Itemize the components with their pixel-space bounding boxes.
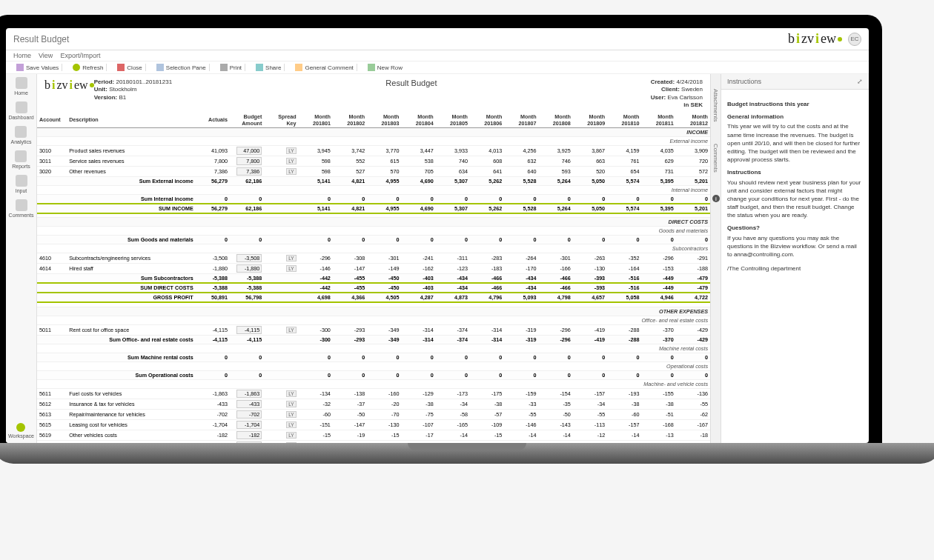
new-row-button[interactable]: New Row — [365, 64, 405, 71]
menu-bar: Home View Export/Import — [6, 50, 869, 61]
instr-ins-h: Instructions — [727, 168, 863, 176]
instr-gen-h: General information — [727, 113, 863, 121]
table-row[interactable]: 5615Leasing cost for vehicles -1,704 -1,… — [37, 419, 710, 430]
rail-workspace[interactable]: Workspace — [8, 423, 34, 439]
table-row: Sum Goods and materials00000000000000 — [37, 236, 710, 244]
instr-heading: Budget instructions this year — [727, 100, 863, 108]
menu-view[interactable]: View — [39, 52, 53, 59]
table-row[interactable]: 5611Fuel costs for vehicles -1,863 -1,86… — [37, 388, 710, 399]
instr-q-h: Questions? — [727, 224, 863, 232]
save-button[interactable]: Save Values — [13, 64, 62, 71]
table-row: SUM DIRECT COSTS-5,388-5,388-442-455-450… — [37, 283, 710, 293]
th-actuals: Actuals — [196, 113, 230, 128]
vertical-tabs: Attachments Comments i — [710, 74, 721, 443]
table-row[interactable]: 5613Repair/maintenance for vehicles -702… — [37, 409, 710, 419]
th-m6: Month201806 — [470, 113, 504, 128]
rail-input[interactable]: Input — [16, 175, 27, 193]
th-m12: Month201812 — [676, 113, 710, 128]
table-row: Sum External income56,27962,1865,1414,82… — [37, 176, 710, 185]
nav-rail: Home Dashboard Analytics Reports Input C… — [6, 74, 37, 443]
table-row: SUM INCOME56,27962,1865,1414,8214,9554,6… — [37, 204, 710, 213]
table-row: GROSS PROFIT50,89156,7984,6984,3664,5054… — [37, 293, 710, 302]
th-m11: Month201811 — [641, 113, 675, 128]
popout-icon[interactable]: ⤢ — [857, 78, 863, 85]
workspace-icon — [16, 423, 25, 432]
th-m3: Month201803 — [367, 113, 401, 128]
table-row: Sum Operational costs00000000000000 — [37, 370, 710, 379]
dashboard-icon — [16, 101, 27, 113]
table-row: Sum Machine rental costs00000000000000 — [37, 353, 710, 361]
selection-icon — [156, 64, 164, 71]
comment-icon — [295, 64, 302, 71]
table-row[interactable]: 3010Product sales revenues 41,093 47,000… — [37, 145, 710, 156]
th-account: Account — [37, 113, 67, 128]
table-row[interactable]: 3020Other revenues 7,386 7,386 LY 598527… — [37, 166, 710, 176]
share-icon — [256, 64, 263, 71]
rail-home[interactable]: Home — [14, 77, 28, 96]
rail-analytics[interactable]: Analytics — [10, 126, 31, 144]
budget-grid[interactable]: Account Description Actuals BudgetAmount… — [37, 113, 710, 443]
home-icon — [16, 77, 27, 89]
menu-export[interactable]: Export/Import — [60, 52, 100, 59]
close-button[interactable]: Close — [114, 64, 145, 71]
input-icon — [16, 175, 27, 187]
toolbar: Save Values Refresh Close Selection Pane… — [6, 61, 869, 74]
th-m7: Month201807 — [504, 113, 538, 128]
selection-pane-button[interactable]: Selection Pane — [153, 64, 210, 71]
th-m4: Month201804 — [401, 113, 435, 128]
instr-sign: /The Controlling department — [727, 264, 863, 273]
th-budget: BudgetAmount — [230, 113, 264, 128]
table-row: Sum Subcontractors-5,388-5,388-442-455-4… — [37, 274, 710, 284]
header-right-meta: Created: 4/24/2018 Client: Sweden User: … — [651, 79, 703, 110]
save-icon — [16, 64, 24, 71]
menu-home[interactable]: Home — [13, 52, 31, 59]
header-left-meta: Period: 20180101..20181231 Unit: Stockho… — [94, 79, 172, 101]
sheet-title: Result Budget — [172, 79, 651, 87]
table-row[interactable]: 3011Service sales revenues 7,800 7,800 L… — [37, 156, 710, 166]
user-avatar[interactable]: EC — [848, 33, 861, 46]
close-icon — [117, 64, 125, 71]
svg-text:i: i — [715, 196, 717, 202]
title-bar: Result Budget bizview EC — [6, 28, 869, 50]
info-icon[interactable]: i — [712, 195, 720, 202]
print-button[interactable]: Print — [217, 64, 245, 71]
rail-comments[interactable]: Comments — [9, 199, 34, 218]
table-row[interactable]: 5619Other vehicles costs -182 -182 LY -1… — [37, 430, 710, 440]
sheet-logo: bizview — [44, 79, 94, 92]
instr-q: If you have any questions you may ask th… — [727, 234, 863, 259]
page-title: Result Budget — [13, 34, 69, 44]
vtab-attachments[interactable]: Attachments — [712, 89, 719, 121]
main-sheet: bizview Period: 20180101..20181231 Unit:… — [37, 74, 710, 443]
table-row[interactable]: 5612Insurance & tax for vehicles -433 -4… — [37, 399, 710, 409]
table-row: Sum Internal income00000000000000 — [37, 194, 710, 204]
analytics-icon — [15, 126, 27, 138]
instructions-panel: Instructions ⤢ Budget instructions this … — [721, 74, 869, 443]
table-row[interactable]: 5011Rent cost for office space -4,115 -4… — [37, 324, 710, 335]
th-spread-key: SpreadKey — [264, 113, 298, 128]
th-m8: Month201808 — [539, 113, 573, 128]
reports-icon — [15, 150, 27, 162]
th-m5: Month201805 — [436, 113, 470, 128]
refresh-button[interactable]: Refresh — [70, 64, 107, 71]
table-row[interactable]: 4614Hired staff -1,880 -1,880 LY -146-14… — [37, 264, 710, 274]
th-m2: Month201802 — [333, 113, 367, 128]
instructions-title: Instructions — [727, 78, 761, 85]
comments-icon — [16, 199, 27, 211]
rail-reports[interactable]: Reports — [12, 150, 30, 169]
instr-gen: This year we will try to cut the costs a… — [727, 122, 863, 164]
th-m9: Month201809 — [573, 113, 607, 128]
vtab-comments[interactable]: Comments — [712, 144, 719, 173]
rail-dashboard[interactable]: Dashboard — [8, 101, 33, 120]
plus-icon — [368, 64, 375, 71]
brand-logo: bizview — [788, 31, 842, 47]
th-m1: Month201801 — [299, 113, 333, 128]
instr-ins: You should review next year business pla… — [727, 179, 863, 220]
print-icon — [220, 64, 228, 71]
th-description: Description — [67, 113, 196, 128]
th-m10: Month201810 — [607, 113, 641, 128]
share-button[interactable]: Share — [253, 64, 285, 71]
table-row[interactable]: 4610Subcontracts/engineering services -3… — [37, 253, 710, 264]
table-row: Sum Office- and real estate costs-4,115-… — [37, 335, 710, 344]
refresh-icon — [73, 64, 80, 71]
general-comment-button[interactable]: General Comment — [292, 64, 357, 71]
